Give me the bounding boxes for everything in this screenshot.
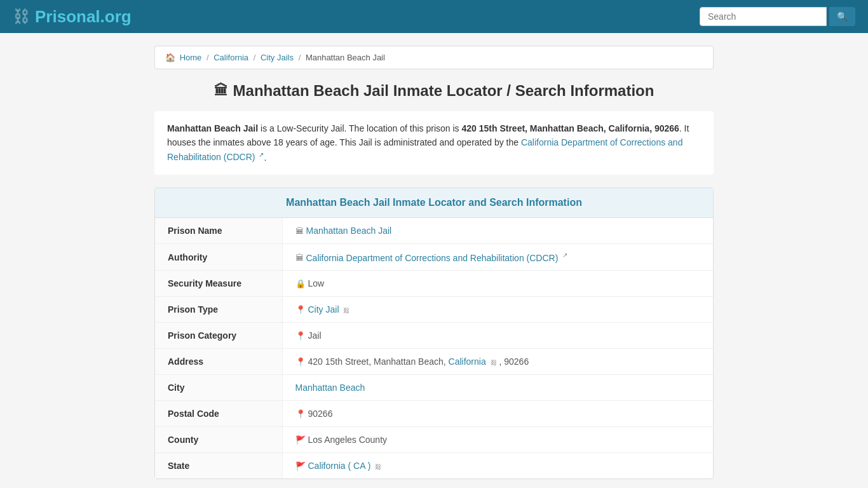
cell-link[interactable]: Manhattan Beach Jail — [306, 226, 392, 236]
breadcrumb-current: Manhattan Beach Jail — [306, 53, 385, 62]
breadcrumb-sep-1: / — [207, 53, 209, 62]
logo-brand: Prisonal — [35, 7, 100, 26]
row-label: Postal Code — [155, 401, 282, 427]
table-row: State🚩California ( CA ) ⛓ — [155, 453, 713, 479]
description: Manhattan Beach Jail is a Low-Security J… — [154, 111, 714, 175]
cell-icon: 🏛 — [295, 253, 304, 262]
cell-text: Los Angeles County — [308, 435, 388, 445]
table-row: Prison Name🏛Manhattan Beach Jail — [155, 218, 713, 244]
cell-icon: 🚩 — [295, 461, 306, 471]
main-content: 🏠 Home / California / City Jails / Manha… — [148, 46, 720, 479]
cell-text: Jail — [308, 330, 322, 341]
table-row: Prison Category📍Jail — [155, 323, 713, 349]
row-label: County — [155, 427, 282, 453]
breadcrumb-sep-3: / — [299, 53, 301, 62]
address-bold: 420 15th Street, Manhattan Beach, Califo… — [461, 123, 679, 133]
table-row: Address📍420 15th Street, Manhattan Beach… — [155, 349, 713, 375]
row-value: 📍420 15th Street, Manhattan Beach, Calif… — [282, 349, 713, 375]
row-label: Prison Category — [155, 323, 282, 349]
table-row: Postal Code📍90266 — [155, 401, 713, 427]
cell-link[interactable]: California Department of Corrections and… — [306, 252, 559, 262]
row-value: 🏛California Department of Corrections an… — [282, 243, 713, 271]
search-area: 🔍 — [700, 7, 855, 26]
cell-icon: 📍 — [295, 305, 306, 315]
logo-area: ⛓️ Prisonal.org — [13, 7, 132, 27]
table-row: Authority🏛California Department of Corre… — [155, 243, 713, 271]
info-section-header: Manhattan Beach Jail Inmate Locator and … — [155, 188, 713, 218]
breadcrumb-category[interactable]: City Jails — [261, 53, 294, 62]
cell-icon: 🚩 — [295, 435, 306, 445]
table-row: CityManhattan Beach — [155, 375, 713, 401]
breadcrumb-home[interactable]: Home — [180, 53, 202, 62]
breadcrumb: 🏠 Home / California / City Jails / Manha… — [154, 46, 714, 69]
logo-text: Prisonal.org — [35, 7, 132, 27]
desc-text3: . — [264, 152, 266, 162]
row-label: Address — [155, 349, 282, 375]
info-table: Prison Name🏛Manhattan Beach JailAuthorit… — [155, 218, 713, 479]
page-title: 🏛 Manhattan Beach Jail Inmate Locator / … — [154, 82, 714, 100]
cell-link[interactable]: City Jail — [308, 304, 339, 315]
search-input[interactable] — [700, 7, 827, 26]
row-value: 📍City Jail ⛓ — [282, 297, 713, 323]
row-value: Manhattan Beach — [282, 375, 713, 401]
row-label: Authority — [155, 243, 282, 271]
search-button[interactable]: 🔍 — [829, 7, 855, 26]
table-row: Prison Type📍City Jail ⛓ — [155, 297, 713, 323]
building-icon: 🏛 — [214, 83, 228, 99]
cell-text: 90266 — [308, 409, 333, 419]
breadcrumb-sep-2: / — [254, 53, 256, 62]
cell-link[interactable]: Manhattan Beach — [295, 383, 365, 393]
chain-icon: ⛓ — [491, 359, 497, 366]
table-row: County🚩Los Angeles County — [155, 427, 713, 453]
row-value: 📍Jail — [282, 323, 713, 349]
row-value: 🏛Manhattan Beach Jail — [282, 218, 713, 244]
row-label: Prison Type — [155, 297, 282, 323]
cell-text: Low — [308, 278, 325, 288]
prison-name-bold: Manhattan Beach Jail — [167, 123, 258, 133]
desc-text1: is a Low-Security Jail. The location of … — [258, 123, 461, 133]
row-label: Security Measure — [155, 271, 282, 297]
page-title-text: Manhattan Beach Jail Inmate Locator / Se… — [233, 82, 654, 100]
row-value: 🚩California ( CA ) ⛓ — [282, 453, 713, 479]
row-label: City — [155, 375, 282, 401]
home-icon: 🏠 — [165, 53, 175, 62]
cell-icon: 📍 — [295, 357, 306, 367]
row-label: Prison Name — [155, 218, 282, 244]
cell-icon: 📍 — [295, 409, 306, 419]
row-label: State — [155, 453, 282, 479]
ext-link-icon: ↗ — [562, 252, 567, 259]
cell-icon: 🏛 — [295, 226, 304, 236]
chain-icon: ⛓ — [343, 307, 349, 314]
state-link[interactable]: California — [449, 356, 486, 367]
logo-tld: .org — [100, 7, 132, 26]
breadcrumb-state[interactable]: California — [214, 53, 248, 62]
cell-link[interactable]: California ( CA ) — [308, 461, 371, 471]
info-section: Manhattan Beach Jail Inmate Locator and … — [154, 187, 714, 480]
row-value: 🚩Los Angeles County — [282, 427, 713, 453]
row-value: 📍90266 — [282, 401, 713, 427]
cell-icon: 📍 — [295, 331, 306, 341]
chain-icon: ⛓ — [375, 463, 381, 470]
header: ⛓️ Prisonal.org 🔍 — [0, 0, 868, 33]
cell-icon: 🔒 — [295, 279, 306, 288]
logo-icon: ⛓️ — [13, 8, 30, 25]
row-value: 🔒Low — [282, 271, 713, 297]
table-row: Security Measure🔒Low — [155, 271, 713, 297]
